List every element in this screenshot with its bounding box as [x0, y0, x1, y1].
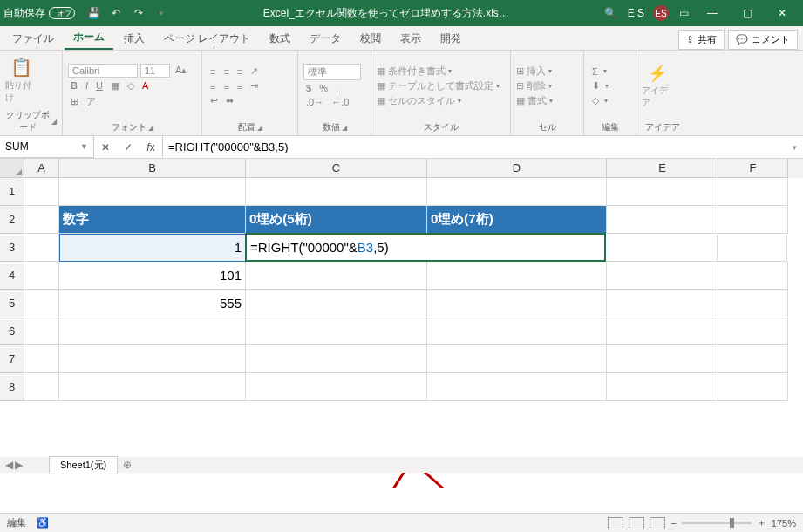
zoom-level[interactable]: 175% — [772, 518, 796, 529]
cell-d2[interactable]: 0埋め(7桁) — [427, 206, 607, 234]
orientation-icon[interactable]: ↗ — [248, 65, 261, 78]
align-top-icon[interactable]: ≡ — [208, 65, 218, 78]
enter-formula-button[interactable]: ✓ — [117, 141, 140, 153]
cell-c2[interactable]: 0埋め(5桁) — [246, 206, 427, 234]
font-name-select[interactable]: Calibri — [68, 64, 138, 78]
phonetic-button[interactable]: ⊞ — [68, 95, 81, 108]
currency-icon[interactable]: $ — [303, 82, 314, 94]
col-head-b[interactable]: B — [59, 159, 246, 178]
cell-b2[interactable]: 数字 — [59, 206, 246, 234]
dec-decimal-icon[interactable]: ←.0 — [329, 96, 351, 108]
insert-function-button[interactable]: fx — [140, 141, 162, 153]
increase-font-icon[interactable]: A▴ — [173, 64, 189, 77]
cell-b3[interactable]: 1 — [59, 234, 246, 262]
tab-file[interactable]: ファイル — [3, 27, 63, 50]
delete-cells-button[interactable]: ⊟削除▾ — [516, 79, 578, 92]
merge-button[interactable]: ⬌ — [223, 94, 236, 107]
ribbon-display-icon[interactable]: ▭ — [674, 3, 693, 23]
zoom-in-button[interactable]: ＋ — [757, 516, 766, 529]
table-format-button[interactable]: ▦テーブルとして書式設定▾ — [377, 79, 505, 92]
expand-formula-bar-icon[interactable]: ▾ — [786, 136, 803, 158]
col-head-f[interactable]: F — [718, 159, 788, 178]
format-cells-button[interactable]: ▦書式▾ — [516, 94, 578, 107]
undo-icon[interactable]: ↶ — [106, 3, 126, 23]
font-color-button[interactable]: A — [140, 79, 151, 92]
comma-icon[interactable]: , — [333, 82, 341, 94]
sheet-nav-next-icon[interactable]: ▶ — [15, 459, 23, 471]
row-head-1[interactable]: 1 — [0, 178, 24, 206]
new-sheet-icon[interactable]: ⊕ — [123, 459, 132, 471]
redo-icon[interactable]: ↷ — [129, 3, 148, 23]
wrap-button[interactable]: ↩ — [208, 94, 221, 107]
fill-color-button[interactable]: ◇ — [125, 79, 137, 92]
align-mid-icon[interactable]: ≡ — [221, 65, 231, 78]
page-break-view-button[interactable] — [650, 517, 665, 529]
user-avatar[interactable]: ES — [653, 5, 669, 21]
autosum-icon[interactable]: Σ — [589, 65, 601, 78]
row-head-2[interactable]: 2 — [0, 206, 24, 234]
close-button[interactable]: ✕ — [765, 0, 800, 26]
align-right-icon[interactable]: ≡ — [235, 80, 245, 92]
align-left-icon[interactable]: ≡ — [208, 80, 218, 92]
cancel-formula-button[interactable]: ✕ — [94, 141, 117, 153]
tab-review[interactable]: 校閲 — [351, 27, 390, 50]
zoom-slider[interactable] — [682, 522, 752, 524]
col-head-d[interactable]: D — [427, 159, 607, 178]
accessibility-icon[interactable]: ♿ — [37, 517, 49, 529]
save-icon[interactable]: 💾 — [84, 3, 103, 23]
tab-data[interactable]: データ — [301, 27, 350, 50]
inc-decimal-icon[interactable]: .0→ — [303, 96, 326, 108]
formula-input[interactable]: =RIGHT("00000"&B3,5) — [163, 136, 786, 158]
paste-button[interactable]: 📋 貼り付け — [5, 61, 37, 99]
worksheet-grid[interactable]: A B C D E F 1 2 数字 0埋め(5桁) 0埋め(7桁) 3 1 =… — [0, 159, 803, 488]
row-head-3[interactable]: 3 — [0, 234, 24, 262]
ruby-button[interactable]: ア — [84, 94, 99, 109]
clear-icon[interactable]: ◇ — [589, 94, 602, 107]
auto-save-toggle[interactable]: 自動保存 オフ — [3, 6, 75, 21]
border-button[interactable]: ▦ — [108, 79, 122, 92]
cell-b4[interactable]: 101 — [59, 262, 246, 290]
tab-page-layout[interactable]: ページ レイアウト — [155, 27, 259, 50]
col-head-c[interactable]: C — [246, 159, 427, 178]
select-all-corner[interactable] — [0, 159, 24, 178]
minimize-button[interactable]: — — [695, 0, 730, 26]
row-head-6[interactable]: 6 — [0, 317, 24, 345]
italic-button[interactable]: I — [83, 79, 91, 92]
tab-home[interactable]: ホーム — [65, 25, 113, 50]
row-head-7[interactable]: 7 — [0, 345, 24, 373]
font-size-select[interactable]: 11 — [140, 64, 170, 78]
number-format-select[interactable]: 標準 — [303, 64, 361, 80]
align-bot-icon[interactable]: ≡ — [235, 65, 245, 78]
tab-view[interactable]: 表示 — [391, 27, 430, 50]
insert-cells-button[interactable]: ⊞挿入▾ — [516, 65, 578, 78]
page-layout-view-button[interactable] — [629, 517, 644, 529]
comment-button[interactable]: 💬コメント — [728, 30, 798, 50]
percent-icon[interactable]: % — [316, 82, 330, 94]
fill-icon[interactable]: ⬇ — [589, 79, 602, 92]
share-button[interactable]: ⇪共有 — [678, 30, 725, 50]
bold-button[interactable]: B — [68, 79, 80, 92]
maximize-button[interactable]: ▢ — [730, 0, 765, 26]
indent-icon[interactable]: ⇥ — [248, 79, 261, 92]
row-head-5[interactable]: 5 — [0, 290, 24, 317]
cell-b5[interactable]: 555 — [59, 290, 246, 317]
tab-insert[interactable]: 挿入 — [115, 27, 153, 50]
sheet-tab[interactable]: Sheet1(元) — [49, 456, 118, 474]
cell-style-button[interactable]: ▦セルのスタイル▾ — [377, 94, 505, 107]
search-icon[interactable]: 🔍 — [602, 3, 621, 23]
col-head-e[interactable]: E — [607, 159, 718, 178]
zoom-out-button[interactable]: − — [670, 518, 676, 529]
qat-dropdown-icon[interactable]: ▼ — [152, 3, 171, 23]
cond-format-button[interactable]: ▦条件付き書式▾ — [377, 65, 505, 78]
namebox-dropdown-icon[interactable]: ▼ — [80, 142, 88, 151]
row-head-4[interactable]: 4 — [0, 262, 24, 290]
tab-developer[interactable]: 開発 — [432, 27, 470, 50]
sheet-nav-prev-icon[interactable]: ◀ — [5, 459, 13, 471]
align-center-icon[interactable]: ≡ — [221, 80, 231, 92]
normal-view-button[interactable] — [608, 517, 623, 529]
tab-formulas[interactable]: 数式 — [261, 27, 299, 50]
ideas-button[interactable]: ⚡ アイデア — [642, 67, 673, 106]
underline-button[interactable]: U — [93, 79, 105, 92]
name-box[interactable]: SUM ▼ — [0, 136, 94, 158]
row-head-8[interactable]: 8 — [0, 373, 24, 401]
